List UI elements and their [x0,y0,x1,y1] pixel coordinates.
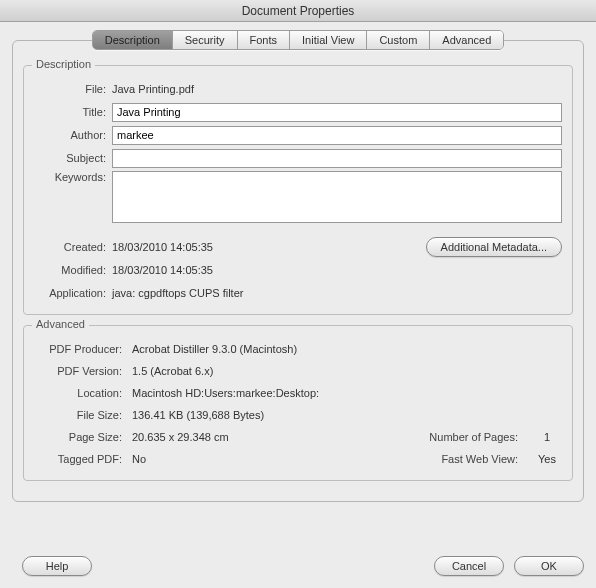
label-file: File: [34,83,112,95]
label-title: Title: [34,106,112,118]
location-value: Macintosh HD:Users:markee:Desktop: [132,385,319,401]
label-keywords: Keywords: [34,171,112,183]
tab-bar: Description Security Fonts Initial View … [0,22,596,502]
tabs: Description Security Fonts Initial View … [92,30,505,50]
page-size-value: 20.635 x 29.348 cm [132,429,229,445]
ok-button[interactable]: OK [514,556,584,576]
tab-security[interactable]: Security [173,31,238,49]
label-fast-web: Fast Web View: [441,453,532,465]
subject-input[interactable] [112,149,562,168]
label-page-size: Page Size: [34,431,132,443]
additional-metadata-button[interactable]: Additional Metadata... [426,237,562,257]
keywords-input[interactable] [112,171,562,223]
label-num-pages: Number of Pages: [429,431,532,443]
label-tagged: Tagged PDF: [34,453,132,465]
application-value: java: cgpdftops CUPS filter [112,285,562,301]
tab-initial-view[interactable]: Initial View [290,31,367,49]
label-application: Application: [34,287,112,299]
label-modified: Modified: [34,264,112,276]
modified-value: 18/03/2010 14:05:35 [112,262,562,278]
label-location: Location: [34,387,132,399]
title-input[interactable] [112,103,562,122]
tab-advanced[interactable]: Advanced [430,31,503,49]
file-size-value: 136.41 KB (139,688 Bytes) [132,407,264,423]
label-created: Created: [34,241,112,253]
advanced-group: Advanced PDF Producer: Acrobat Distiller… [23,325,573,481]
label-version: PDF Version: [34,365,132,377]
window-title: Document Properties [0,0,596,22]
advanced-group-label: Advanced [32,318,89,330]
fast-web-value: Yes [532,451,562,467]
label-file-size: File Size: [34,409,132,421]
help-button[interactable]: Help [22,556,92,576]
author-input[interactable] [112,126,562,145]
cancel-button[interactable]: Cancel [434,556,504,576]
label-author: Author: [34,129,112,141]
num-pages-value: 1 [532,429,562,445]
footer: Help Cancel OK [12,556,584,576]
tab-custom[interactable]: Custom [367,31,430,49]
file-value: Java Printing.pdf [112,81,562,97]
created-value: 18/03/2010 14:05:35 [112,239,213,255]
tagged-value: No [132,451,146,467]
producer-value: Acrobat Distiller 9.3.0 (Macintosh) [132,341,297,357]
description-group: Description File: Java Printing.pdf Titl… [23,65,573,315]
tab-description[interactable]: Description [93,31,173,49]
version-value: 1.5 (Acrobat 6.x) [132,363,213,379]
label-subject: Subject: [34,152,112,164]
content-panel: Description File: Java Printing.pdf Titl… [12,40,584,502]
tab-fonts[interactable]: Fonts [238,31,291,49]
description-group-label: Description [32,58,95,70]
label-producer: PDF Producer: [34,343,132,355]
